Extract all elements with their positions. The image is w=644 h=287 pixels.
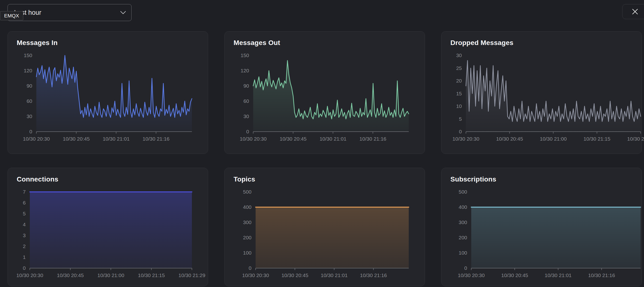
chart-plot-area: [8, 31, 208, 154]
metrics-dashboard: Last hour EMQX Messages In 1501209060300…: [0, 0, 644, 287]
chart-card-dropped-messages: Dropped Messages 30252015105010/30 20:30…: [441, 31, 642, 154]
connections-chart: 7654321010/30 20:3010/30 20:4510/30 21:0…: [8, 168, 208, 286]
emqx-tooltip-badge: EMQX: [0, 11, 23, 20]
time-range-select[interactable]: Last hour: [8, 4, 132, 21]
chart-grid: Messages In 150120906030010/30 20:3010/3…: [8, 31, 642, 286]
messages-in-chart: 150120906030010/30 20:3010/30 20:4510/30…: [8, 31, 208, 154]
topics-chart: 500400300200100010/30 20:3010/30 20:4510…: [224, 168, 425, 286]
chevron-down-icon: [120, 11, 126, 14]
chart-plot-area: [224, 168, 425, 286]
chart-card-subscriptions: Subscriptions 500400300200100010/30 20:3…: [441, 168, 642, 286]
chart-card-connections: Connections 7654321010/30 20:3010/30 20:…: [8, 168, 208, 286]
messages-out-chart: 150120906030010/30 20:3010/30 20:4510/30…: [224, 31, 425, 154]
close-button[interactable]: [622, 4, 644, 19]
dropped-messages-chart: 30252015105010/30 20:3010/30 20:4510/30 …: [442, 31, 642, 154]
close-icon: [632, 8, 639, 15]
chart-plot-area: [8, 168, 208, 286]
chart-plot-area: [442, 31, 642, 154]
chart-card-topics: Topics 500400300200100010/30 20:3010/30 …: [224, 168, 425, 286]
chart-card-messages-in: Messages In 150120906030010/30 20:3010/3…: [8, 31, 208, 154]
chart-card-messages-out: Messages Out 150120906030010/30 20:3010/…: [224, 31, 425, 154]
chart-plot-area: [442, 168, 642, 286]
subscriptions-chart: 500400300200100010/30 20:3010/30 20:4510…: [442, 168, 642, 286]
chart-plot-area: [224, 31, 425, 154]
